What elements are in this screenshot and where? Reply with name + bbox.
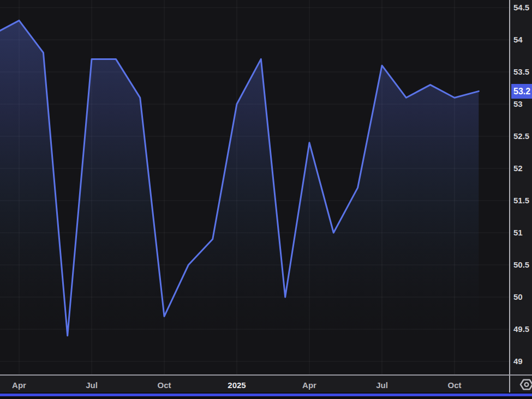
last-price-badge: 53.2 [511,84,532,99]
price-axis-label: 53.5 [513,67,529,77]
axis-corner [509,374,532,392]
time-axis-label: Apr [302,380,316,390]
gear-icon[interactable] [519,378,532,391]
price-axis-label: 51.5 [513,196,529,205]
time-axis-label: Jul [86,380,98,390]
price-axis-label: 54.5 [513,3,529,13]
price-axis-label: 53 [513,99,523,109]
price-axis-label: 50.5 [513,260,529,270]
price-axis-label: 52 [513,164,523,173]
price-axis-label: 54 [513,35,523,45]
price-axis-label: 51 [513,228,523,238]
time-axis-label: Jul [376,380,388,390]
price-axis-label: 50 [513,292,523,302]
time-axis[interactable]: AprJulOct2025AprJulOct [0,374,509,392]
horizontal-scrollbar[interactable] [0,394,532,396]
time-axis-label: Apr [12,380,26,390]
bottom-panel [0,392,532,399]
area-fill [0,21,479,374]
price-axis-label: 49 [513,356,523,366]
line-chart [0,0,509,374]
last-price-value: 53.2 [513,87,530,96]
price-axis-label: 52.5 [513,131,529,141]
price-chart-canvas[interactable] [0,0,509,374]
time-axis-label: Oct [447,380,461,390]
price-axis-label: 49.5 [513,324,529,334]
time-axis-label: 2025 [228,380,246,390]
chart-window: 54.55453.55352.55251.55150.55049.549 53.… [0,0,532,399]
price-axis[interactable]: 54.55453.55352.55251.55150.55049.549 53.… [509,0,532,374]
time-axis-label: Oct [157,380,171,390]
